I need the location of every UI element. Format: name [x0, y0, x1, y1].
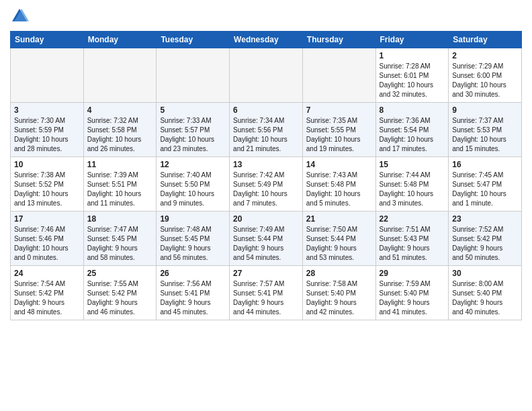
day-info: Sunrise: 7:59 AM Sunset: 5:40 PM Dayligh… — [380, 279, 445, 317]
day-number: 11 — [87, 160, 153, 169]
calendar-day-cell: 2Sunrise: 7:29 AM Sunset: 6:00 PM Daylig… — [449, 48, 522, 103]
day-info: Sunrise: 7:36 AM Sunset: 5:54 PM Dayligh… — [380, 116, 445, 154]
day-info: Sunrise: 7:37 AM Sunset: 5:53 PM Dayligh… — [452, 116, 518, 154]
calendar-day-cell: 3Sunrise: 7:30 AM Sunset: 5:59 PM Daylig… — [11, 103, 84, 157]
day-number: 3 — [14, 105, 80, 115]
day-info: Sunrise: 7:35 AM Sunset: 5:55 PM Dayligh… — [306, 116, 372, 154]
calendar-week-row: 17Sunrise: 7:46 AM Sunset: 5:46 PM Dayli… — [11, 212, 522, 266]
calendar-day-cell: 8Sunrise: 7:36 AM Sunset: 5:54 PM Daylig… — [375, 103, 449, 157]
day-info: Sunrise: 7:52 AM Sunset: 5:42 PM Dayligh… — [452, 225, 518, 263]
day-number: 25 — [87, 269, 153, 278]
day-info: Sunrise: 7:50 AM Sunset: 5:44 PM Dayligh… — [306, 225, 372, 263]
calendar-week-row: 3Sunrise: 7:30 AM Sunset: 5:59 PM Daylig… — [11, 103, 522, 157]
day-number: 23 — [452, 214, 518, 224]
calendar-day-cell: 5Sunrise: 7:33 AM Sunset: 5:57 PM Daylig… — [157, 103, 230, 157]
page-container: SundayMondayTuesdayWednesdayThursdayFrid… — [0, 0, 532, 327]
day-info: Sunrise: 7:56 AM Sunset: 5:41 PM Dayligh… — [160, 279, 226, 317]
calendar-body: 1Sunrise: 7:28 AM Sunset: 6:01 PM Daylig… — [11, 48, 522, 320]
day-number: 13 — [233, 160, 299, 169]
calendar-day-cell: 13Sunrise: 7:42 AM Sunset: 5:49 PM Dayli… — [230, 157, 303, 212]
day-number: 8 — [380, 105, 445, 115]
calendar-day-cell — [157, 48, 230, 103]
calendar-day-cell — [11, 48, 84, 103]
day-number: 27 — [233, 269, 299, 278]
day-info: Sunrise: 7:33 AM Sunset: 5:57 PM Dayligh… — [160, 116, 226, 154]
day-info: Sunrise: 7:54 AM Sunset: 5:42 PM Dayligh… — [14, 279, 80, 317]
weekday-header-cell: Monday — [83, 32, 157, 48]
calendar-day-cell: 27Sunrise: 7:57 AM Sunset: 5:41 PM Dayli… — [230, 266, 303, 320]
calendar-day-cell: 4Sunrise: 7:32 AM Sunset: 5:58 PM Daylig… — [83, 103, 157, 157]
calendar-day-cell: 25Sunrise: 7:55 AM Sunset: 5:42 PM Dayli… — [83, 266, 157, 320]
logo — [10, 7, 32, 26]
day-number: 6 — [233, 105, 299, 115]
day-number: 20 — [233, 214, 299, 224]
calendar-day-cell: 20Sunrise: 7:49 AM Sunset: 5:44 PM Dayli… — [230, 212, 303, 266]
calendar-day-cell: 21Sunrise: 7:50 AM Sunset: 5:44 PM Dayli… — [302, 212, 375, 266]
logo-icon — [10, 7, 29, 26]
day-info: Sunrise: 7:32 AM Sunset: 5:58 PM Dayligh… — [87, 116, 153, 154]
day-number: 10 — [14, 160, 80, 169]
calendar-day-cell: 10Sunrise: 7:38 AM Sunset: 5:52 PM Dayli… — [11, 157, 84, 212]
day-number: 14 — [306, 160, 372, 169]
calendar-day-cell: 15Sunrise: 7:44 AM Sunset: 5:48 PM Dayli… — [375, 157, 449, 212]
day-info: Sunrise: 7:46 AM Sunset: 5:46 PM Dayligh… — [14, 225, 80, 263]
weekday-header-cell: Tuesday — [157, 32, 230, 48]
day-number: 16 — [452, 160, 518, 169]
calendar-week-row: 24Sunrise: 7:54 AM Sunset: 5:42 PM Dayli… — [11, 266, 522, 320]
calendar-day-cell — [302, 48, 375, 103]
header — [10, 7, 522, 26]
day-info: Sunrise: 7:58 AM Sunset: 5:40 PM Dayligh… — [306, 279, 372, 317]
day-number: 18 — [87, 214, 153, 224]
day-number: 17 — [14, 214, 80, 224]
weekday-header-cell: Wednesday — [230, 32, 303, 48]
day-number: 4 — [87, 105, 153, 115]
day-number: 9 — [452, 105, 518, 115]
calendar-week-row: 1Sunrise: 7:28 AM Sunset: 6:01 PM Daylig… — [11, 48, 522, 103]
weekday-header-cell: Sunday — [11, 32, 84, 48]
day-info: Sunrise: 7:34 AM Sunset: 5:56 PM Dayligh… — [233, 116, 299, 154]
calendar-day-cell: 29Sunrise: 7:59 AM Sunset: 5:40 PM Dayli… — [375, 266, 449, 320]
day-number: 1 — [380, 51, 445, 60]
day-info: Sunrise: 7:47 AM Sunset: 5:45 PM Dayligh… — [87, 225, 153, 263]
day-info: Sunrise: 7:42 AM Sunset: 5:49 PM Dayligh… — [233, 171, 299, 208]
day-number: 7 — [306, 105, 372, 115]
day-info: Sunrise: 7:38 AM Sunset: 5:52 PM Dayligh… — [14, 171, 80, 208]
weekday-header-cell: Friday — [375, 32, 449, 48]
day-number: 5 — [160, 105, 226, 115]
day-number: 15 — [380, 160, 445, 169]
day-info: Sunrise: 7:45 AM Sunset: 5:47 PM Dayligh… — [452, 171, 518, 208]
day-info: Sunrise: 7:29 AM Sunset: 6:00 PM Dayligh… — [452, 62, 518, 99]
calendar-day-cell — [230, 48, 303, 103]
calendar-day-cell: 6Sunrise: 7:34 AM Sunset: 5:56 PM Daylig… — [230, 103, 303, 157]
weekday-header-cell: Saturday — [449, 32, 522, 48]
day-number: 21 — [306, 214, 372, 224]
day-info: Sunrise: 7:49 AM Sunset: 5:44 PM Dayligh… — [233, 225, 299, 263]
calendar-day-cell: 23Sunrise: 7:52 AM Sunset: 5:42 PM Dayli… — [449, 212, 522, 266]
day-number: 12 — [160, 160, 226, 169]
day-number: 28 — [306, 269, 372, 278]
day-info: Sunrise: 7:40 AM Sunset: 5:50 PM Dayligh… — [160, 171, 226, 208]
calendar-week-row: 10Sunrise: 7:38 AM Sunset: 5:52 PM Dayli… — [11, 157, 522, 212]
calendar-day-cell: 11Sunrise: 7:39 AM Sunset: 5:51 PM Dayli… — [83, 157, 157, 212]
weekday-header-cell: Thursday — [302, 32, 375, 48]
calendar-day-cell: 7Sunrise: 7:35 AM Sunset: 5:55 PM Daylig… — [302, 103, 375, 157]
day-number: 26 — [160, 269, 226, 278]
calendar-day-cell: 18Sunrise: 7:47 AM Sunset: 5:45 PM Dayli… — [83, 212, 157, 266]
calendar-day-cell: 17Sunrise: 7:46 AM Sunset: 5:46 PM Dayli… — [11, 212, 84, 266]
day-info: Sunrise: 7:30 AM Sunset: 5:59 PM Dayligh… — [14, 116, 80, 154]
day-number: 22 — [380, 214, 445, 224]
day-number: 19 — [160, 214, 226, 224]
day-info: Sunrise: 7:55 AM Sunset: 5:42 PM Dayligh… — [87, 279, 153, 317]
day-info: Sunrise: 7:39 AM Sunset: 5:51 PM Dayligh… — [87, 171, 153, 208]
calendar-table: SundayMondayTuesdayWednesdayThursdayFrid… — [10, 31, 522, 320]
day-info: Sunrise: 7:44 AM Sunset: 5:48 PM Dayligh… — [380, 171, 445, 208]
calendar-day-cell: 16Sunrise: 7:45 AM Sunset: 5:47 PM Dayli… — [449, 157, 522, 212]
weekday-header-row: SundayMondayTuesdayWednesdayThursdayFrid… — [11, 32, 522, 48]
day-number: 2 — [452, 51, 518, 60]
calendar-day-cell: 9Sunrise: 7:37 AM Sunset: 5:53 PM Daylig… — [449, 103, 522, 157]
day-info: Sunrise: 7:43 AM Sunset: 5:48 PM Dayligh… — [306, 171, 372, 208]
calendar-day-cell: 12Sunrise: 7:40 AM Sunset: 5:50 PM Dayli… — [157, 157, 230, 212]
day-number: 24 — [14, 269, 80, 278]
calendar-day-cell: 14Sunrise: 7:43 AM Sunset: 5:48 PM Dayli… — [302, 157, 375, 212]
day-number: 29 — [380, 269, 445, 278]
